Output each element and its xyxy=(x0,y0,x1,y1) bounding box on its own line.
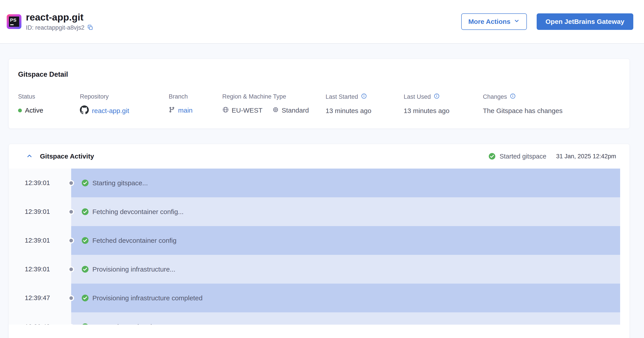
info-icon[interactable] xyxy=(361,93,367,101)
log-message: Fetched devcontainer config xyxy=(92,237,176,244)
gitspace-detail-fields: Status Active Repository react-app.git B… xyxy=(18,93,620,116)
log-message-cell: Provisioning infrastructure completed xyxy=(71,284,620,312)
last-started-label: Last Started xyxy=(326,93,358,100)
github-icon xyxy=(80,105,89,116)
status-dot xyxy=(18,109,22,112)
log-timestamp: 12:39:01 xyxy=(9,255,71,284)
changes-label: Changes xyxy=(483,93,507,100)
info-icon[interactable] xyxy=(510,93,516,101)
log-message: Provisioning infrastructure... xyxy=(92,266,176,273)
log-message-cell: Fetched devcontainer config xyxy=(71,226,620,255)
check-circle-icon xyxy=(82,237,89,244)
log-dot xyxy=(68,209,74,215)
chevron-down-icon xyxy=(514,18,520,25)
field-repository: Repository react-app.git xyxy=(80,93,169,116)
check-circle-icon xyxy=(488,153,496,160)
activity-title: Gitspace Activity xyxy=(40,152,94,160)
copy-icon xyxy=(87,24,93,31)
repository-label: Repository xyxy=(80,93,169,100)
check-circle-icon xyxy=(82,294,89,302)
field-last-used: Last Used 13 minutes ago xyxy=(404,93,483,116)
gitspace-detail-page: PS react-app.git ID: reactappgit-a8vjs2 xyxy=(0,0,644,338)
status-value: Active xyxy=(25,107,43,114)
phpstorm-logo-inner: PS xyxy=(9,16,19,27)
field-branch: Branch main xyxy=(169,93,222,116)
machine-type-value: Standard xyxy=(282,107,309,114)
git-branch-icon xyxy=(169,107,175,114)
status-label: Status xyxy=(18,93,80,100)
log-dot xyxy=(68,238,74,244)
chevron-up-icon xyxy=(26,153,33,160)
gitspace-activity-card: Gitspace Activity Started gitspace 31 Ja… xyxy=(8,144,630,338)
activity-status: Started gitspace 31 Jan, 2025 12:42pm xyxy=(488,153,616,160)
activity-timestamp: 31 Jan, 2025 12:42pm xyxy=(556,153,616,160)
gitspace-id: ID: reactappgit-a8vjs2 xyxy=(26,24,84,31)
activity-log-row: 12:39:47 Provisioning infrastructure com… xyxy=(9,284,620,312)
globe-icon xyxy=(222,106,229,115)
log-timestamp: 12:39:01 xyxy=(9,169,71,197)
check-circle-icon xyxy=(82,208,89,215)
log-timestamp: 12:39:01 xyxy=(9,226,71,255)
copy-id-button[interactable] xyxy=(87,24,93,31)
log-message: Fetching devcontainer config... xyxy=(92,208,184,216)
check-circle-icon xyxy=(82,179,89,187)
activity-log-row: 12:39:01 Starting gitspace... xyxy=(9,169,620,197)
activity-header: Gitspace Activity Started gitspace 31 Ja… xyxy=(9,144,630,169)
gitspace-detail-card: Gitspace Detail Status Active Repository… xyxy=(8,59,630,129)
log-dot xyxy=(68,267,74,272)
last-used-value: 13 minutes ago xyxy=(404,107,450,115)
region-value: EU-WEST xyxy=(232,107,262,114)
activity-log-row: 12:39:01 Fetching devcontainer config... xyxy=(9,197,620,226)
field-status: Status Active xyxy=(18,93,80,116)
open-jetbrains-gateway-button[interactable]: Open JetBrains Gateway xyxy=(537,13,633,30)
activity-log: 12:39:01 Starting gitspace... 12:39:01 xyxy=(9,169,620,325)
activity-log-row: 12:39:01 Fetched devcontainer config xyxy=(9,226,620,255)
open-gateway-label: Open JetBrains Gateway xyxy=(546,18,624,25)
changes-value: The Gitspace has changes xyxy=(483,107,562,115)
more-actions-button[interactable]: More Actions xyxy=(461,13,527,30)
last-used-label: Last Used xyxy=(404,93,431,100)
collapse-activity-button[interactable] xyxy=(26,153,33,160)
log-message-cell: Connecting to the gitspace agent xyxy=(71,312,620,325)
title-block: react-app.git ID: reactappgit-a8vjs2 xyxy=(26,12,93,31)
check-circle-icon xyxy=(82,323,89,325)
page-title: react-app.git xyxy=(26,12,93,22)
log-dot xyxy=(68,180,74,186)
activity-status-text: Started gitspace xyxy=(500,153,546,160)
activity-log-row: 12:39:48 Connecting to the gitspace agen… xyxy=(9,312,620,325)
log-message: Connecting to the gitspace agent xyxy=(92,323,190,325)
branch-link[interactable]: main xyxy=(178,107,192,114)
log-message: Provisioning infrastructure completed xyxy=(92,294,202,302)
cpu-icon xyxy=(272,106,279,115)
activity-log-row: 12:39:01 Provisioning infrastructure... xyxy=(9,255,620,284)
phpstorm-logo-text: PS xyxy=(10,18,16,22)
phpstorm-logo: PS xyxy=(7,14,22,29)
log-message-cell: Starting gitspace... xyxy=(71,169,620,197)
check-circle-icon xyxy=(82,266,89,273)
log-dot xyxy=(68,295,74,301)
log-message-cell: Provisioning infrastructure... xyxy=(71,255,620,284)
region-machine-label: Region & Machine Type xyxy=(222,93,326,100)
field-region-machine: Region & Machine Type EU-WEST xyxy=(222,93,326,116)
log-message: Starting gitspace... xyxy=(92,179,148,187)
gitspace-id-row: ID: reactappgit-a8vjs2 xyxy=(26,24,93,31)
log-timestamp: 12:39:01 xyxy=(9,197,71,226)
info-icon[interactable] xyxy=(434,93,440,101)
last-started-value: 13 minutes ago xyxy=(326,107,371,115)
field-last-started: Last Started 13 minutes ago xyxy=(326,93,404,116)
gitspace-detail-title: Gitspace Detail xyxy=(18,70,620,78)
log-timestamp: 12:39:47 xyxy=(9,284,71,312)
phpstorm-logo-underscore xyxy=(10,24,14,25)
branch-label: Branch xyxy=(169,93,222,100)
header-actions: More Actions Open JetBrains Gateway xyxy=(461,13,633,30)
top-header: PS react-app.git ID: reactappgit-a8vjs2 xyxy=(0,0,644,44)
log-timestamp: 12:39:48 xyxy=(9,312,71,325)
repository-link[interactable]: react-app.git xyxy=(92,107,129,115)
field-changes: Changes The Gitspace has changes xyxy=(483,93,620,116)
log-message-cell: Fetching devcontainer config... xyxy=(71,197,620,226)
more-actions-label: More Actions xyxy=(468,18,510,25)
